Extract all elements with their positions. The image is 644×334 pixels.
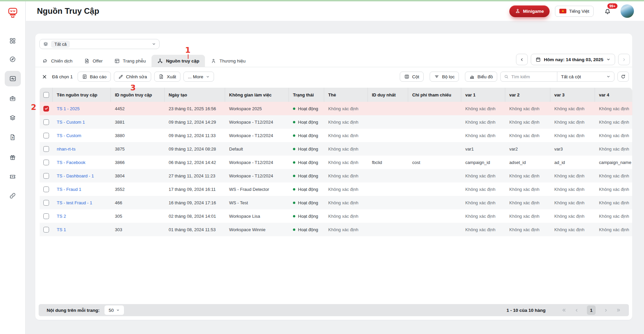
row-checkbox[interactable]	[43, 213, 49, 219]
cell-status: Hoạt động	[289, 102, 324, 115]
cell-workspace: Workspace - T12/2024	[225, 169, 289, 182]
row-checkbox[interactable]	[43, 200, 49, 206]
row-checkbox[interactable]	[43, 186, 49, 192]
tab-offer[interactable]: Offer	[78, 55, 109, 67]
cell-var4: Không xác định	[595, 196, 632, 209]
bar-chart-icon	[469, 74, 475, 79]
status-dot	[293, 188, 295, 191]
avatar[interactable]	[620, 4, 634, 18]
sidebar-item-briefcase[interactable]	[5, 91, 21, 106]
table-row: TS - Fraud 1355217 tháng 09, 2024 16:11W…	[40, 182, 632, 196]
column-header: ID duy nhất	[368, 88, 408, 102]
export-label: Xuất	[167, 74, 176, 79]
last-page-icon[interactable]	[616, 308, 621, 312]
cell-checkbox	[40, 129, 53, 142]
tab-label: Offer	[93, 58, 103, 64]
date-range-button[interactable]: Hôm nay: 14 tháng 03, 2025	[531, 54, 615, 65]
cell-ref_cost: cost	[408, 156, 461, 169]
cell-var3: Không xác định	[550, 196, 595, 209]
minigame-button[interactable]: Minigame	[509, 5, 550, 17]
sidebar-item-gift[interactable]	[5, 150, 21, 165]
cell-created: 01 tháng 08, 2024 11:53	[165, 223, 225, 236]
column-header: Chi phí tham chiếu	[408, 88, 461, 102]
row-checkbox[interactable]	[43, 160, 49, 165]
language-button[interactable]: ★ Tiếng Việt	[555, 6, 594, 17]
cell-workspace: Workspace - T12/2024	[225, 129, 289, 142]
sidebar-item-dashboard[interactable]	[5, 33, 21, 48]
next-page-icon[interactable]	[604, 308, 608, 312]
select-all-checkbox[interactable]	[43, 92, 49, 98]
cell-status: Hoạt động	[289, 115, 324, 129]
top-progress-strip	[0, 0, 644, 1]
refresh-button[interactable]	[617, 72, 629, 82]
pencil-icon	[118, 74, 123, 79]
source-name-link[interactable]: TS - Custom 1	[57, 120, 85, 125]
cell-created: 09 tháng 12, 2024 11:33	[165, 129, 225, 142]
cell-checkbox	[40, 102, 53, 115]
clear-selection-icon[interactable]	[42, 74, 47, 79]
source-name-link[interactable]: nhan-rt-ts	[57, 147, 76, 152]
date-next-button[interactable]	[618, 54, 630, 65]
source-name-link[interactable]: TS 1	[57, 227, 66, 232]
row-checkbox[interactable]	[43, 227, 49, 233]
table-row: TS - Dashboard - 1380427 tháng 11, 2024 …	[40, 169, 632, 182]
sidebar-item-layers[interactable]	[5, 110, 21, 125]
cell-checkbox	[40, 169, 53, 182]
search-input[interactable]	[511, 74, 548, 79]
sidebar-item-link[interactable]	[5, 188, 21, 203]
scope-filter-select[interactable]: Tất cả	[39, 39, 160, 49]
source-name-link[interactable]: TS - Facebook	[57, 160, 85, 165]
page-title: Nguồn Truy Cập	[37, 6, 99, 16]
filter-label: Bộ lọc	[442, 74, 455, 79]
language-label: Tiếng Việt	[569, 9, 589, 14]
source-name-link[interactable]: TS - Dashboard - 1	[57, 173, 94, 178]
prev-page-icon[interactable]	[574, 308, 579, 312]
app-logo-robot-icon[interactable]	[7, 7, 18, 19]
cell-checkbox	[40, 142, 53, 156]
cell-status: Hoạt động	[289, 129, 324, 142]
cell-ref_cost	[408, 115, 461, 129]
sidebar-item-compass[interactable]	[5, 51, 21, 67]
chart-label: Biểu đồ	[477, 74, 493, 79]
column-scope-value: Tất cả cột	[561, 74, 581, 79]
sidebar-item-invoice[interactable]: $	[5, 129, 21, 145]
per-page-select[interactable]: 50	[104, 305, 124, 315]
more-button[interactable]: ... More	[183, 72, 214, 82]
column-scope-select[interactable]: Tất cả cột	[557, 72, 614, 81]
row-checkbox[interactable]	[43, 119, 49, 125]
cell-var2: Không xác định	[505, 129, 550, 142]
tab-chien-dich[interactable]: Chiến dịch	[37, 55, 78, 67]
row-checkbox[interactable]	[43, 106, 49, 112]
tab-nguon-truy-cap[interactable]: Nguồn truy cập	[152, 55, 205, 67]
source-name-link[interactable]: TS - test Fraud - 1	[57, 200, 92, 205]
chart-button[interactable]: Biểu đồ	[465, 72, 497, 82]
first-page-icon[interactable]	[562, 308, 566, 312]
sidebar-item-ticket[interactable]: ★	[5, 169, 21, 184]
source-name-link[interactable]: TS - Custom	[57, 133, 81, 138]
source-name-link[interactable]: TS 1 - 2025	[57, 106, 80, 111]
notifications-button[interactable]: 99+	[604, 7, 611, 15]
cell-tag: Không xác định	[324, 209, 368, 223]
cell-var4: Không xác định	[595, 182, 632, 196]
edit-button[interactable]: Chỉnh sửa	[114, 72, 151, 82]
date-prev-button[interactable]	[516, 54, 528, 65]
chevron-down-icon	[606, 57, 610, 61]
cell-ref_cost	[408, 169, 461, 182]
row-checkbox[interactable]	[43, 146, 49, 152]
scope-chip: Tất cả	[51, 41, 70, 48]
chevron-down-icon	[152, 42, 156, 46]
export-button[interactable]: Xuất	[154, 72, 180, 82]
row-checkbox[interactable]	[43, 133, 49, 138]
tab-trang-pheu[interactable]: Trang phễu	[109, 55, 152, 67]
columns-button[interactable]: Cột	[400, 72, 424, 82]
filter-button[interactable]: Bộ lọc	[430, 72, 459, 82]
row-checkbox[interactable]	[43, 173, 49, 179]
cell-var4: Không xác định	[595, 129, 632, 142]
source-name-link[interactable]: TS - Fraud 1	[57, 187, 81, 192]
tab-thuong-hieu[interactable]: Thương hiệu	[205, 55, 251, 67]
source-name-link[interactable]: TS 2	[57, 214, 66, 219]
current-page-button[interactable]: 1	[587, 305, 596, 315]
sidebar-item-activity[interactable]	[5, 71, 21, 86]
data-table: Tên nguồn truy cậpID nguồn truy cậpNgày …	[40, 88, 632, 236]
report-button[interactable]: Báo cáo	[78, 72, 111, 82]
